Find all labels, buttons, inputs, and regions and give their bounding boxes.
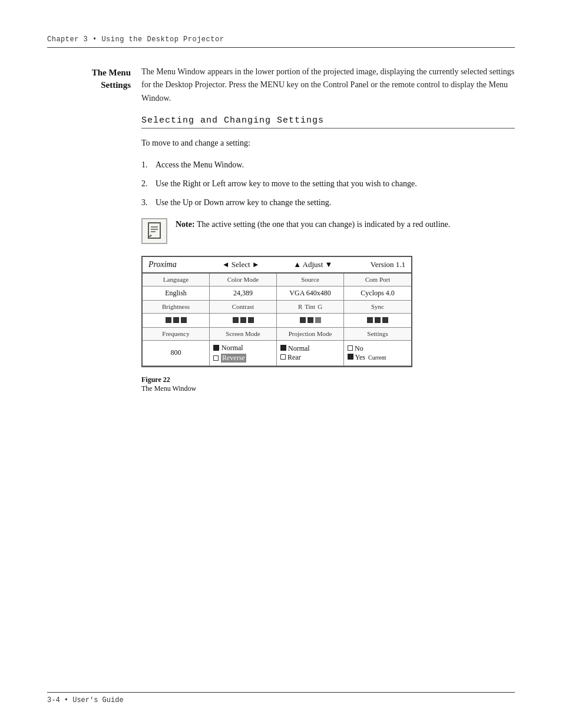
label-screen-mode: Screen Mode <box>210 328 277 341</box>
value-color-mode: 24,389 <box>210 286 277 301</box>
screen-mode-reverse: Reverse <box>213 354 246 363</box>
label-tint: R Tint G <box>277 301 344 314</box>
step-3: 3. Use the Up or Down arrow key to chang… <box>141 196 515 209</box>
sq3 <box>315 317 321 323</box>
brightness-squares <box>166 317 187 323</box>
sq3 <box>382 317 388 323</box>
label-brightness: Brightness <box>143 301 210 314</box>
sq3 <box>248 317 254 323</box>
rear-checkbox <box>280 354 286 360</box>
normal-icon <box>213 345 219 351</box>
proj-normal-icon <box>280 345 286 351</box>
sq2 <box>240 317 246 323</box>
sync-squares <box>367 317 388 323</box>
value-projection-mode: Normal Rear <box>277 341 344 366</box>
tint-label-inner: R Tint G <box>280 303 340 310</box>
left-column: The Menu Settings <box>47 65 141 405</box>
value-settings: No Yes Current <box>344 341 411 366</box>
to-move-text: To move to and change a setting: <box>141 137 515 150</box>
screen-mode-normal: Normal <box>213 344 243 353</box>
reverse-checkbox <box>213 355 219 361</box>
note-box: Note: The active setting (the one that y… <box>141 218 515 244</box>
proj-mode-normal: Normal <box>280 344 310 353</box>
sq1 <box>367 317 373 323</box>
value-brightness <box>143 314 210 328</box>
step-3-text: Use the Up or Down arrow key to change t… <box>156 196 331 209</box>
menu-header-row: Proxima ◄ Select ► ▲ Adjust ▼ Version 1.… <box>143 257 411 274</box>
figure-text: The Menu Window <box>141 384 196 393</box>
step-2-text: Use the Right or Left arrow key to move … <box>156 177 417 190</box>
label-contrast: Contrast <box>210 301 277 314</box>
value-source: VGA 640x480 <box>277 286 344 301</box>
tint-squares <box>300 317 321 323</box>
label-frequency: Frequency <box>143 328 210 341</box>
page: Chapter 3 • Using the Desktop Projector … <box>0 0 562 440</box>
menu-select-nav: ◄ Select ► <box>204 257 277 272</box>
label-language: Language <box>143 274 210 286</box>
value-sync <box>344 314 411 328</box>
note-label: Note: <box>176 220 195 229</box>
step-2: 2. Use the Right or Left arrow key to mo… <box>141 177 515 190</box>
step-1: 1. Access the Menu Window. <box>141 159 515 172</box>
contrast-squares <box>233 317 254 323</box>
value-screen-mode: Normal Reverse <box>210 341 277 366</box>
footer-text: 3-4 • User's Guide <box>47 696 124 704</box>
reverse-label: Reverse <box>221 354 246 363</box>
menu-brand: Proxima <box>143 257 204 272</box>
section-title-line1: The Menu <box>92 68 131 77</box>
menu-grid: Language Color Mode Source Com Port Engl… <box>143 274 411 366</box>
label-source: Source <box>277 274 344 286</box>
section-title-line2: Settings <box>101 80 131 90</box>
note-text: Note: The active setting (the one that y… <box>176 218 450 231</box>
subheading: Selecting and Changing Settings <box>141 116 515 129</box>
sq2 <box>308 317 313 323</box>
figure-label: Figure 22 <box>141 375 515 384</box>
sq2 <box>375 317 381 323</box>
menu-version: Version 1.1 <box>349 257 411 272</box>
steps-list: 1. Access the Menu Window. 2. Use the Ri… <box>141 159 515 210</box>
sq1 <box>233 317 239 323</box>
value-tint <box>277 314 344 328</box>
section-title: The Menu Settings <box>47 67 131 91</box>
sq2 <box>173 317 179 323</box>
value-frequency: 800 <box>143 341 210 366</box>
sq3 <box>181 317 187 323</box>
value-language: English <box>143 286 210 301</box>
content-area: The Menu Settings The Menu Window appear… <box>47 65 515 405</box>
chapter-text: Chapter 3 • Using the Desktop Projector <box>47 35 224 44</box>
chapter-header: Chapter 3 • Using the Desktop Projector <box>47 35 515 48</box>
note-body: The active setting (the one that you can… <box>197 220 450 229</box>
settings-yes: Yes Current <box>348 353 386 362</box>
sq1 <box>166 317 171 323</box>
figure-caption: Figure 22 The Menu Window <box>141 375 515 393</box>
note-icon <box>141 218 167 244</box>
yes-icon <box>348 354 353 360</box>
no-checkbox <box>348 345 353 351</box>
page-footer: 3-4 • User's Guide <box>47 692 515 704</box>
settings-no: No <box>348 344 363 353</box>
value-contrast <box>210 314 277 328</box>
label-sync: Sync <box>344 301 411 314</box>
step-1-text: Access the Menu Window. <box>156 159 244 172</box>
value-com-port: Cyclops 4.0 <box>344 286 411 301</box>
menu-window: Proxima ◄ Select ► ▲ Adjust ▼ Version 1.… <box>141 256 412 367</box>
label-projection-mode: Projection Mode <box>277 328 344 341</box>
menu-adjust-nav: ▲ Adjust ▼ <box>277 257 349 272</box>
label-settings: Settings <box>344 328 411 341</box>
proj-mode-rear: Rear <box>280 353 301 362</box>
label-color-mode: Color Mode <box>210 274 277 286</box>
right-column: The Menu Window appears in the lower por… <box>141 65 515 405</box>
sq1 <box>300 317 306 323</box>
intro-paragraph: The Menu Window appears in the lower por… <box>141 65 515 105</box>
label-com-port: Com Port <box>344 274 411 286</box>
